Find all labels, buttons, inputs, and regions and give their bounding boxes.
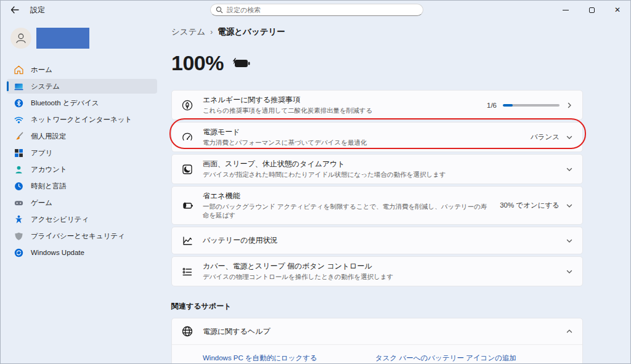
row-subtitle: これらの推奨事項を適用して二酸化炭素排出量を削減する <box>203 107 479 115</box>
sidebar-item-bluetooth-devices[interactable]: Bluetooth とデバイス <box>7 95 157 110</box>
row-battery-usage[interactable]: バッテリーの使用状況 <box>171 227 583 254</box>
search-box[interactable] <box>210 4 423 16</box>
sidebar-item-label: ネットワークとインターネット <box>31 115 132 124</box>
settings-window: 設定 ✕ ホーム システム <box>0 0 631 364</box>
sidebar-item-accessibility[interactable]: アクセシビリティ <box>7 212 157 227</box>
battery-status: 100% <box>171 51 630 75</box>
close-button[interactable]: ✕ <box>605 1 630 19</box>
row-subtitle: デバイスが指定された時間にわたりアイドル状態になった場合の動作を選択します <box>203 171 558 179</box>
brush-icon <box>14 132 23 141</box>
update-icon <box>14 248 23 257</box>
system-icon <box>14 82 23 91</box>
breadcrumb-system[interactable]: システム <box>171 26 205 38</box>
sidebar-item-apps[interactable]: アプリ <box>7 145 157 160</box>
wifi-icon <box>14 115 23 124</box>
row-energy-recommendations[interactable]: エネルギーに関する推奨事項 これらの推奨事項を適用して二酸化炭素排出量を削減する… <box>171 90 583 120</box>
chevron-right-icon[interactable] <box>566 102 573 109</box>
energy-saver-value: 30% でオンにする <box>500 201 560 210</box>
screen-moon-icon <box>181 163 193 176</box>
search-input[interactable] <box>227 6 418 14</box>
chevron-down-icon[interactable] <box>566 268 573 275</box>
sidebar-item-network-internet[interactable]: ネットワークとインターネット <box>7 112 157 127</box>
row-subtitle: 一部のバックグラウンド アクティビティを制限することで、電力消費を削減し、バッテ… <box>203 203 492 220</box>
breadcrumb: システム › 電源とバッテリー <box>171 26 630 38</box>
sidebar-item-label: ゲーム <box>31 198 52 208</box>
power-mode-value: バランス <box>531 132 560 142</box>
sidebar-item-gaming[interactable]: ゲーム <box>7 195 157 210</box>
row-energy-saver[interactable]: 省エネ機能 一部のバックグラウンド アクティビティを制限することで、電力消費を削… <box>171 186 583 225</box>
sidebar-item-windows-update[interactable]: Windows Update <box>7 245 157 260</box>
sidebar-item-label: Bluetooth とデバイス <box>31 99 99 108</box>
list-controls-icon <box>181 265 193 278</box>
link-taskbar-battery-icon[interactable]: タスク バーへのバッテリー アイコンの追加 <box>375 354 516 363</box>
sidebar-item-privacy-security[interactable]: プライバシーとセキュリティ <box>7 229 157 243</box>
minimize-icon <box>563 10 569 10</box>
row-title: エネルギーに関する推奨事項 <box>203 95 479 105</box>
clock-icon <box>14 182 23 191</box>
sidebar: ホーム システム Bluetooth とデバイス ネットワークとインターネット … <box>1 19 163 363</box>
chevron-down-icon[interactable] <box>566 237 573 245</box>
back-arrow-icon <box>10 6 19 14</box>
row-subtitle: 電力消費とパフォーマンスに基づいてデバイスを最適化 <box>203 139 523 147</box>
search-icon <box>216 6 223 14</box>
page-title: 電源とバッテリー <box>218 26 285 38</box>
sidebar-item-label: アプリ <box>31 148 52 158</box>
sidebar-item-system[interactable]: システム <box>7 79 157 94</box>
close-icon: ✕ <box>614 6 621 14</box>
row-title: 電源モード <box>203 127 523 137</box>
breadcrumb-separator-icon: › <box>210 28 213 36</box>
sidebar-item-accounts[interactable]: アカウント <box>7 162 157 177</box>
row-power-mode[interactable]: 電源モード 電力消費とパフォーマンスに基づいてデバイスを最適化 バランス <box>171 122 583 152</box>
row-lid-power-sleep-controls[interactable]: カバー、電源とスリープ 個のボタン コントロール デバイスの物理コントロールを操… <box>171 256 583 286</box>
globe-help-icon <box>181 325 193 338</box>
shield-icon <box>14 232 23 241</box>
row-screen-sleep-timeouts[interactable]: 画面、スリープ、休止状態のタイムアウト デバイスが指定された時間にわたりアイドル… <box>171 154 583 184</box>
sidebar-item-personalization[interactable]: 個人用設定 <box>7 129 157 144</box>
apps-icon <box>14 148 23 158</box>
minimize-button[interactable] <box>553 1 579 19</box>
battery-leaf-icon <box>181 200 193 212</box>
avatar <box>10 28 31 49</box>
accessibility-icon <box>14 215 23 224</box>
home-icon <box>14 65 23 75</box>
row-title: バッテリーの使用状況 <box>203 235 558 246</box>
battery-charging-icon <box>230 57 251 70</box>
row-title: 省エネ機能 <box>203 191 492 201</box>
sidebar-item-home[interactable]: ホーム <box>7 62 157 77</box>
user-profile[interactable] <box>10 28 163 49</box>
sidebar-item-label: アカウント <box>31 165 67 174</box>
gamepad-icon <box>14 198 23 208</box>
person-icon <box>14 31 28 45</box>
user-name-redacted <box>36 28 89 49</box>
sidebar-item-label: アクセシビリティ <box>31 215 89 224</box>
help-card: 電源に関するヘルプ Windows PC を自動的にロックする タスク バーへの… <box>171 318 583 364</box>
help-expander[interactable]: 電源に関するヘルプ <box>172 318 582 344</box>
battery-percent: 100% <box>171 51 224 75</box>
sidebar-nav: ホーム システム Bluetooth とデバイス ネットワークとインターネット … <box>1 62 163 260</box>
sidebar-item-time-language[interactable]: 時刻と言語 <box>7 179 157 193</box>
leaf-icon <box>181 99 193 111</box>
maximize-button[interactable] <box>579 1 605 19</box>
sidebar-item-label: Windows Update <box>31 249 84 256</box>
account-icon <box>14 165 23 174</box>
sidebar-item-label: 個人用設定 <box>31 132 67 141</box>
power-mode-dropdown[interactable]: バランス <box>531 132 573 142</box>
main-content: システム › 電源とバッテリー 100% エネルギーに関する推奨事項 これらの推… <box>171 19 630 363</box>
chevron-down-icon[interactable] <box>566 166 573 173</box>
help-links: Windows PC を自動的にロックする タスク バーへのバッテリー アイコン… <box>172 344 582 364</box>
sidebar-item-label: システム <box>31 82 60 91</box>
maximize-icon <box>589 7 595 13</box>
sidebar-item-label: 時刻と言語 <box>31 182 67 191</box>
row-title: カバー、電源とスリープ 個のボタン コントロール <box>203 261 558 272</box>
chevron-up-icon <box>566 328 573 335</box>
link-auto-lock-pc[interactable]: Windows PC を自動的にロックする <box>203 354 317 363</box>
row-subtitle: デバイスの物理コントロールを操作したときの動作を選択します <box>203 273 558 281</box>
window-controls: ✕ <box>553 1 630 19</box>
related-support-header: 関連するサポート <box>171 301 630 312</box>
chart-icon <box>181 235 193 247</box>
chevron-down-icon[interactable] <box>566 202 573 209</box>
gauge-icon <box>181 131 193 144</box>
bluetooth-icon <box>14 99 23 108</box>
back-button[interactable] <box>4 2 25 18</box>
sidebar-item-label: プライバシーとセキュリティ <box>31 232 125 241</box>
